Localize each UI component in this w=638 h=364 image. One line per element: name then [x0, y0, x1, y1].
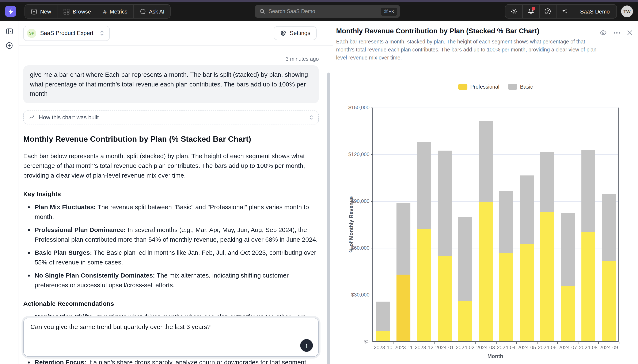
recommendations-heading: Actionable Recommendations: [23, 300, 319, 307]
stacked-bar-2024-07[interactable]: [561, 213, 575, 341]
y-axis-tick-label: $120,000: [333, 152, 370, 157]
search-input[interactable]: Search SaaS Demo ⌘+K: [255, 5, 400, 18]
legend-item[interactable]: Professional: [458, 84, 499, 90]
stacked-bar-2023-12[interactable]: [417, 142, 431, 342]
send-button[interactable]: ↑: [300, 339, 313, 352]
gridline: [373, 108, 618, 108]
gear-icon: [510, 8, 517, 15]
bar-segment-professional[interactable]: [438, 256, 452, 341]
stacked-bar-2024-06[interactable]: [540, 152, 554, 341]
user-avatar[interactable]: TW: [621, 6, 633, 17]
bar-segment-professional[interactable]: [499, 253, 513, 341]
nav-new-button[interactable]: New: [25, 5, 57, 18]
bar-segment-basic[interactable]: [438, 150, 452, 256]
nav-metrics-button[interactable]: # Metrics: [97, 5, 133, 18]
stacked-bar-2024-04[interactable]: [499, 191, 513, 341]
workspace-button[interactable]: SaaS Demo: [573, 5, 616, 18]
bar-segment-basic[interactable]: [581, 150, 595, 232]
chevron-up-down-icon: [100, 30, 104, 36]
bar-segment-professional[interactable]: [479, 202, 493, 341]
chat-scrollbar[interactable]: [327, 72, 330, 364]
chart-area: ProfessionalBasic % of Monthly Revenue 2…: [333, 42, 638, 364]
close-icon[interactable]: [627, 30, 632, 36]
new-thread-icon[interactable]: [6, 42, 13, 49]
grid-icon: [63, 8, 70, 14]
bar-segment-professional[interactable]: [581, 232, 595, 341]
app-logo[interactable]: [5, 6, 16, 17]
stacked-bar-2024-01[interactable]: [438, 150, 452, 341]
legend-item[interactable]: Basic: [508, 84, 533, 90]
bar-segment-professional[interactable]: [561, 286, 575, 341]
bar-segment-basic[interactable]: [458, 217, 472, 301]
stacked-bar-2024-09[interactable]: [602, 194, 616, 341]
eye-icon[interactable]: [599, 30, 607, 36]
x-axis-tick: [619, 342, 619, 344]
chat-panel: SP SaaS Product Expert Settings 3 minute…: [19, 21, 333, 364]
nav-browse-button[interactable]: Browse: [57, 5, 97, 18]
message-timestamp: 3 minutes ago: [23, 56, 319, 62]
bar-segment-professional[interactable]: [397, 275, 411, 341]
bar-segment-professional[interactable]: [602, 261, 616, 341]
bar-segment-basic[interactable]: [397, 203, 411, 275]
nav-askai-button[interactable]: Ask AI: [133, 5, 170, 18]
bar-segment-basic[interactable]: [376, 302, 390, 331]
bar-segment-basic[interactable]: [520, 175, 534, 244]
x-axis-tick: [516, 342, 517, 344]
search-shortcut-badge: ⌘+K: [381, 8, 397, 16]
bar-segment-professional[interactable]: [520, 244, 534, 341]
chart-panel-actions: [599, 30, 632, 36]
ai-sparkles-button[interactable]: [556, 5, 573, 18]
bar-segment-basic[interactable]: [499, 191, 513, 253]
help-icon: [544, 8, 551, 15]
y-axis-tick: [371, 342, 373, 342]
help-button[interactable]: [539, 5, 556, 18]
stacked-bar-2024-08[interactable]: [581, 150, 595, 341]
hash-icon: #: [103, 8, 107, 15]
stacked-bar-2024-03[interactable]: [479, 121, 493, 341]
bar-segment-basic[interactable]: [417, 142, 431, 229]
nav-metrics-label: Metrics: [110, 8, 127, 14]
stacked-bar-2024-02[interactable]: [458, 217, 472, 341]
stacked-bar-2023-11[interactable]: [397, 203, 411, 341]
sparkles-icon: [561, 8, 568, 15]
notifications-button[interactable]: [522, 5, 539, 18]
settings-gear-button[interactable]: [505, 5, 522, 18]
legend-label: Basic: [520, 84, 533, 90]
stacked-bar-2024-05[interactable]: [520, 175, 534, 341]
chart-title: Monthly Revenue Contribution by Plan (St…: [336, 27, 600, 35]
bar-segment-basic[interactable]: [540, 152, 554, 212]
chart-panel: Monthly Revenue Contribution by Plan (St…: [333, 21, 638, 364]
legend-swatch: [508, 84, 517, 90]
chat-input-value: Can you give the same trend but quarterl…: [31, 323, 211, 330]
chat-scroll-area[interactable]: 3 minutes ago give me a bar chart where …: [19, 46, 333, 314]
settings-label: Settings: [290, 30, 310, 36]
agent-settings-button[interactable]: Settings: [274, 26, 317, 40]
y-axis-tick: [371, 154, 373, 155]
how-chart-built-accordion[interactable]: How this chart was built: [23, 110, 319, 124]
more-options-icon[interactable]: [613, 32, 620, 34]
y-axis-tick: [371, 108, 373, 108]
plus-square-icon: [31, 8, 37, 14]
x-axis-tick: [558, 342, 558, 344]
x-axis-tick: [393, 342, 394, 344]
chat-input[interactable]: Can you give the same trend but quarterl…: [23, 318, 319, 357]
gear-icon: [280, 30, 286, 36]
bar-segment-professional[interactable]: [376, 331, 390, 341]
bar-segment-professional[interactable]: [458, 301, 472, 341]
agent-selector[interactable]: SP SaaS Product Expert: [23, 26, 110, 41]
sidebar-toggle-icon[interactable]: [6, 28, 13, 35]
chat-input-container: Can you give the same trend but quarterl…: [19, 314, 333, 364]
nav-askai-label: Ask AI: [149, 8, 164, 14]
bar-segment-basic[interactable]: [479, 121, 493, 202]
mini-sidebar: [0, 21, 19, 364]
agent-name: SaaS Product Expert: [40, 30, 93, 36]
bar-segment-basic[interactable]: [561, 213, 575, 286]
agent-avatar: SP: [27, 28, 36, 38]
x-axis-tick: [598, 342, 599, 344]
navbar-right-group: SaaS Demo: [505, 4, 617, 18]
chat-header: SP SaaS Product Expert Settings: [19, 21, 333, 46]
stacked-bar-2023-10[interactable]: [376, 302, 390, 341]
bar-segment-professional[interactable]: [417, 229, 431, 341]
bar-segment-professional[interactable]: [540, 212, 554, 341]
bar-segment-basic[interactable]: [602, 194, 616, 261]
